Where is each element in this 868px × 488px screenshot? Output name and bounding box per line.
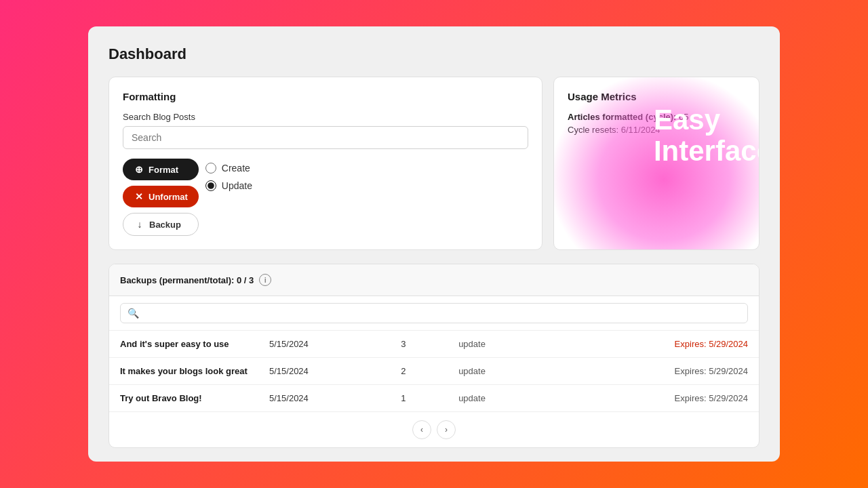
- radio-update-label[interactable]: Update: [205, 180, 252, 191]
- table-row: It makes your blogs look great 5/15/2024…: [109, 358, 759, 385]
- glow-overlay: [553, 77, 760, 250]
- table-row: And it's super easy to use 5/15/2024 3 u…: [109, 331, 759, 358]
- search-input[interactable]: [123, 126, 528, 149]
- row-expires: Expires: 5/29/2024: [553, 385, 759, 412]
- cycle-resets-row: Cycle resets: 6/11/2024: [568, 125, 745, 135]
- table-search-row: 🔍: [109, 296, 759, 331]
- row-count: 3: [390, 331, 448, 358]
- radio-create-label[interactable]: Create: [205, 163, 252, 174]
- row-count: 1: [390, 385, 448, 412]
- format-icon: ⊕: [134, 164, 144, 175]
- radio-update[interactable]: [205, 180, 216, 191]
- row-expires: Expires: 5/29/2024: [553, 358, 759, 385]
- backups-header: Backups (permanent/total): 0 / 3 i: [109, 264, 759, 296]
- pagination-row: ‹ ›: [109, 412, 759, 447]
- row-date: 5/15/2024: [258, 331, 390, 358]
- top-row: Formatting Search Blog Posts ⊕ Format ✕ …: [108, 77, 760, 250]
- table-search-input[interactable]: [143, 308, 741, 319]
- table-search-wrap: 🔍: [120, 303, 748, 323]
- backup-button[interactable]: ↓ Backup: [123, 213, 199, 236]
- radio-create[interactable]: [205, 163, 216, 174]
- row-date: 5/15/2024: [258, 385, 390, 412]
- metrics-card: Usage Metrics Articles formatted (cycle)…: [553, 77, 760, 250]
- unformat-icon: ✕: [134, 191, 144, 202]
- buttons-row: ⊕ Format ✕ Unformat ↓ Backup C: [123, 159, 528, 236]
- backups-section: Backups (permanent/total): 0 / 3 i 🔍 And…: [108, 264, 760, 448]
- prev-page-button[interactable]: ‹: [412, 420, 431, 439]
- backup-icon: ↓: [134, 219, 145, 230]
- row-action[interactable]: update: [448, 358, 553, 385]
- dashboard-card: Dashboard Formatting Search Blog Posts ⊕…: [88, 26, 780, 462]
- table-row: Try out Bravo Blog! 5/15/2024 1 update E…: [109, 385, 759, 412]
- articles-formatted-label: Articles formatted (cycle): 65: [568, 112, 745, 122]
- search-label: Search Blog Posts: [123, 112, 528, 122]
- row-date: 5/15/2024: [258, 358, 390, 385]
- formatting-title: Formatting: [123, 91, 528, 102]
- row-title: Try out Bravo Blog!: [109, 385, 258, 412]
- row-action[interactable]: update: [448, 385, 553, 412]
- row-action[interactable]: update: [448, 331, 553, 358]
- radio-group: Create Update: [205, 159, 252, 191]
- row-title: It makes your blogs look great: [109, 358, 258, 385]
- action-buttons: ⊕ Format ✕ Unformat ↓ Backup: [123, 159, 199, 236]
- formatting-card: Formatting Search Blog Posts ⊕ Format ✕ …: [108, 77, 542, 250]
- row-count: 2: [390, 358, 448, 385]
- metrics-title: Usage Metrics: [568, 91, 745, 102]
- row-expires: Expires: 5/29/2024: [553, 331, 759, 358]
- row-title: And it's super easy to use: [109, 331, 258, 358]
- info-icon[interactable]: i: [259, 274, 271, 286]
- next-page-button[interactable]: ›: [437, 420, 456, 439]
- unformat-button[interactable]: ✕ Unformat: [123, 186, 199, 207]
- format-button[interactable]: ⊕ Format: [123, 159, 199, 180]
- backups-table: And it's super easy to use 5/15/2024 3 u…: [109, 331, 759, 412]
- page-title: Dashboard: [108, 45, 760, 63]
- table-search-icon: 🔍: [127, 308, 139, 319]
